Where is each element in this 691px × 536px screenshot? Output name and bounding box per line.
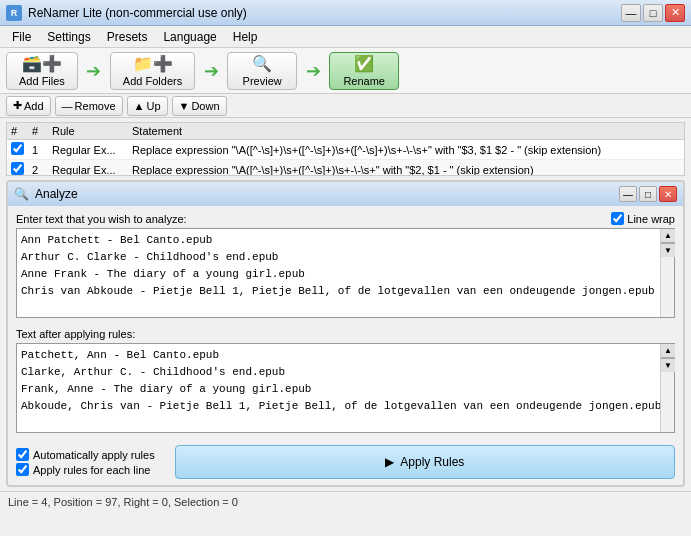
app-icon: R	[6, 5, 22, 21]
remove-icon: —	[62, 100, 73, 112]
analyze-body: Enter text that you wish to analyze: Lin…	[8, 206, 683, 439]
preview-icon: 🔍	[252, 54, 272, 73]
rule-2-checkbox[interactable]	[11, 162, 24, 175]
bottom-controls: Automatically apply rules Apply rules fo…	[8, 439, 683, 485]
rule-2-num: 2	[28, 160, 48, 177]
status-text: Line = 4, Position = 97, Right = 0, Sele…	[8, 496, 238, 508]
rule-1-num: 1	[28, 140, 48, 160]
menu-settings[interactable]: Settings	[39, 28, 98, 46]
move-up-button[interactable]: ▲ Up	[127, 96, 168, 116]
menu-help[interactable]: Help	[225, 28, 266, 46]
up-icon: ▲	[134, 100, 145, 112]
analyze-maximize-button[interactable]: □	[639, 186, 657, 202]
linewrap-checkbox[interactable]	[611, 212, 624, 225]
rule-1-statement: Replace expression "\A([^-\s]+)\s+([^-\s…	[128, 140, 684, 160]
output-scroll-down-arrow[interactable]: ▼	[661, 358, 675, 372]
arrow-right-icon: ➔	[86, 60, 101, 82]
menu-bar: File Settings Presets Language Help	[0, 26, 691, 48]
minimize-button[interactable]: —	[621, 4, 641, 22]
output-section: Text after applying rules: Patchett, Ann…	[16, 328, 675, 433]
scroll-up-arrow[interactable]: ▲	[661, 229, 675, 243]
add-folders-icon: 📁➕	[133, 54, 173, 73]
input-text-area-wrapper: Ann Patchett - Bel Canto.epub Arthur C. …	[16, 228, 675, 318]
apply-each-line-row[interactable]: Apply rules for each line	[16, 463, 155, 476]
maximize-button[interactable]: □	[643, 4, 663, 22]
auto-apply-checkbox[interactable]	[16, 448, 29, 461]
input-label: Enter text that you wish to analyze:	[16, 213, 187, 225]
input-scrollbar[interactable]: ▲ ▼	[660, 229, 674, 317]
col-check: #	[7, 123, 28, 140]
checkboxes-group: Automatically apply rules Apply rules fo…	[16, 448, 155, 476]
apply-each-line-checkbox[interactable]	[16, 463, 29, 476]
analyze-title-bar: 🔍 Analyze — □ ✕	[8, 182, 683, 206]
analyze-icon: 🔍	[14, 187, 29, 201]
arrow-right-icon-2: ➔	[204, 60, 219, 82]
rules-table: # # Rule Statement 1 Regular Ex... Repla…	[7, 123, 684, 176]
col-rule: Rule	[48, 123, 128, 140]
section-gap	[16, 318, 675, 324]
arrow-separator-1: ➔	[80, 57, 108, 85]
input-line-2: Arthur C. Clarke - Childhood's end.epub	[21, 249, 656, 266]
input-text-area[interactable]: Ann Patchett - Bel Canto.epub Arthur C. …	[17, 229, 674, 317]
output-label: Text after applying rules:	[16, 328, 135, 340]
apply-rules-label: Apply Rules	[400, 455, 464, 469]
arrow-separator-3: ➔	[299, 57, 327, 85]
rule-1-type: Regular Ex...	[48, 140, 128, 160]
window-controls: — □ ✕	[621, 4, 685, 22]
rule-2-type: Regular Ex...	[48, 160, 128, 177]
analyze-panel: 🔍 Analyze — □ ✕ Enter text that you wish…	[6, 180, 685, 487]
window-title: ReNamer Lite (non-commercial use only)	[28, 6, 247, 20]
scroll-down-arrow[interactable]: ▼	[661, 243, 675, 257]
add-rule-button[interactable]: ✚ Add	[6, 96, 51, 116]
remove-rule-button[interactable]: — Remove	[55, 96, 123, 116]
menu-file[interactable]: File	[4, 28, 39, 46]
input-line-3: Anne Frank - The diary of a young girl.e…	[21, 266, 656, 283]
status-bar: Line = 4, Position = 97, Right = 0, Sele…	[0, 491, 691, 511]
col-statement: Statement	[128, 123, 684, 140]
analyze-close-button[interactable]: ✕	[659, 186, 677, 202]
arrow-separator-2: ➔	[197, 57, 225, 85]
rules-table-container: # # Rule Statement 1 Regular Ex... Repla…	[6, 122, 685, 176]
main-toolbar: 🗃️➕ Add Files ➔ 📁➕ Add Folders ➔ 🔍 Previ…	[0, 48, 691, 94]
add-files-icon: 🗃️➕	[22, 54, 62, 73]
add-files-button[interactable]: 🗃️➕ Add Files	[6, 52, 78, 90]
apply-rules-button[interactable]: ▶ Apply Rules	[175, 445, 675, 479]
apply-each-line-label: Apply rules for each line	[33, 464, 150, 476]
output-text-area[interactable]: Patchett, Ann - Bel Canto.epub Clarke, A…	[17, 344, 674, 432]
rename-button[interactable]: ✅ Rename	[329, 52, 399, 90]
auto-apply-label: Automatically apply rules	[33, 449, 155, 461]
menu-language[interactable]: Language	[155, 28, 224, 46]
preview-button[interactable]: 🔍 Preview	[227, 52, 297, 90]
add-folders-button[interactable]: 📁➕ Add Folders	[110, 52, 195, 90]
output-line-3: Frank, Anne - The diary of a young girl.…	[21, 381, 656, 398]
add-icon: ✚	[13, 99, 22, 112]
output-section-header: Text after applying rules:	[16, 328, 675, 340]
input-line-1: Ann Patchett - Bel Canto.epub	[21, 232, 656, 249]
close-button[interactable]: ✕	[665, 4, 685, 22]
output-scroll-up-arrow[interactable]: ▲	[661, 344, 675, 358]
table-row: 1 Regular Ex... Replace expression "\A([…	[7, 140, 684, 160]
arrow-right-icon-3: ➔	[306, 60, 321, 82]
edit-toolbar: ✚ Add — Remove ▲ Up ▼ Down	[0, 94, 691, 118]
input-section-header: Enter text that you wish to analyze: Lin…	[16, 212, 675, 225]
analyze-minimize-button[interactable]: —	[619, 186, 637, 202]
table-row: 2 Regular Ex... Replace expression "\A([…	[7, 160, 684, 177]
output-line-4: Abkoude, Chris van - Pietje Bell 1, Piet…	[21, 398, 656, 415]
output-line-1: Patchett, Ann - Bel Canto.epub	[21, 347, 656, 364]
apply-rules-icon: ▶	[385, 455, 394, 469]
rename-icon: ✅	[354, 54, 374, 73]
input-line-4: Chris van Abkoude - Pietje Bell 1, Pietj…	[21, 283, 656, 300]
output-text-area-wrapper: Patchett, Ann - Bel Canto.epub Clarke, A…	[16, 343, 675, 433]
rule-2-statement: Replace expression "\A([^-\s]+)\s+([^-\s…	[128, 160, 684, 177]
linewrap-label[interactable]: Line wrap	[611, 212, 675, 225]
title-bar: R ReNamer Lite (non-commercial use only)…	[0, 0, 691, 26]
auto-apply-row[interactable]: Automatically apply rules	[16, 448, 155, 461]
down-icon: ▼	[179, 100, 190, 112]
output-line-2: Clarke, Arthur C. - Childhood's end.epub	[21, 364, 656, 381]
menu-presets[interactable]: Presets	[99, 28, 156, 46]
rule-1-checkbox[interactable]	[11, 142, 24, 155]
move-down-button[interactable]: ▼ Down	[172, 96, 227, 116]
analyze-title: Analyze	[35, 187, 78, 201]
output-scrollbar[interactable]: ▲ ▼	[660, 344, 674, 432]
col-num: #	[28, 123, 48, 140]
